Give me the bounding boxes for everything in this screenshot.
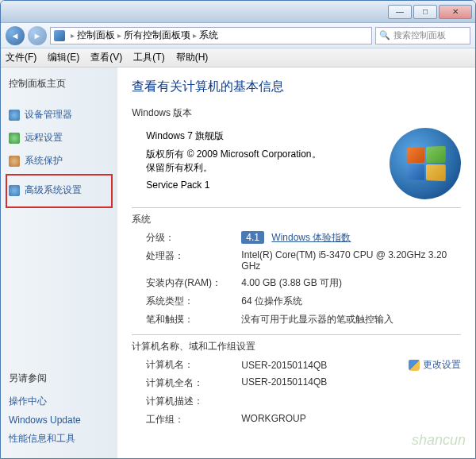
edition-section-title: Windows 版本 [132, 106, 461, 120]
shield-icon [409, 360, 420, 371]
menu-help[interactable]: 帮助(H) [176, 51, 209, 64]
search-icon: 🔍 [379, 30, 390, 40]
breadcrumb-control-panel[interactable]: 控制面板 [77, 29, 115, 42]
chevron-right-icon: ▸ [193, 31, 197, 40]
search-input[interactable]: 🔍 搜索控制面板 [375, 27, 470, 44]
menu-edit[interactable]: 编辑(E) [48, 51, 79, 64]
sidebar-system-protection[interactable]: 系统保护 [9, 154, 109, 168]
divider [132, 334, 461, 335]
menu-view[interactable]: 查看(V) [90, 51, 122, 64]
forward-button[interactable]: ► [28, 26, 47, 45]
highlight-box: 高级系统设置 [6, 174, 113, 208]
close-button[interactable]: ✕ [439, 5, 472, 19]
menubar: 文件(F) 编辑(E) 查看(V) 工具(T) 帮助(H) [1, 48, 475, 68]
ram-label: 安装内存(RAM)： [146, 276, 241, 290]
system-type-value: 64 位操作系统 [241, 295, 461, 308]
remote-icon [9, 133, 20, 144]
sidebar-remote-settings[interactable]: 远程设置 [9, 131, 109, 145]
device-manager-icon [9, 110, 20, 121]
full-name-value: USER-20150114QB [241, 376, 461, 390]
sidebar-item-label: 系统保护 [25, 154, 63, 168]
menu-file[interactable]: 文件(F) [6, 51, 36, 64]
body: 控制面板主页 设备管理器 远程设置 系统保护 高级系统设置 另请参阅 [1, 68, 475, 458]
sidebar: 控制面板主页 设备管理器 远程设置 系统保护 高级系统设置 另请参阅 [1, 68, 117, 458]
navbar: ◄ ► ▸ 控制面板 ▸ 所有控制面板项 ▸ 系统 🔍 搜索控制面板 [1, 23, 475, 48]
system-type-label: 系统类型： [146, 295, 241, 308]
rating-badge: 4.1 [241, 231, 264, 244]
change-settings-link[interactable]: 更改设置 [409, 358, 461, 372]
content: 查看有关计算机的基本信息 Windows 版本 Windows 7 旗舰版 版权… [117, 68, 475, 442]
sidebar-item-label: 设备管理器 [25, 108, 72, 122]
breadcrumb[interactable]: ▸ 控制面板 ▸ 所有控制面板项 ▸ 系统 [50, 27, 372, 44]
sidebar-item-label: 远程设置 [25, 131, 63, 145]
breadcrumb-all-items[interactable]: 所有控制面板项 [124, 29, 190, 42]
minimize-button[interactable]: — [388, 5, 412, 19]
see-also-label: 另请参阅 [9, 372, 109, 385]
processor-value: Intel(R) Core(TM) i5-3470 CPU @ 3.20GHz … [241, 249, 461, 272]
titlebar: — □ ✕ [1, 1, 475, 23]
full-name-label: 计算机全名： [146, 376, 241, 390]
menu-tools[interactable]: 工具(T) [133, 51, 164, 64]
computer-name-value: USER-20150114QB [241, 360, 327, 371]
domain-section-title: 计算机名称、域和工作组设置 [132, 340, 461, 353]
advanced-icon [9, 185, 20, 196]
pen-touch-label: 笔和触摸： [146, 313, 241, 326]
system-section-title: 系统 [132, 213, 461, 226]
sidebar-item-label: 高级系统设置 [25, 183, 82, 197]
sidebar-device-manager[interactable]: 设备管理器 [9, 108, 109, 122]
processor-label: 处理器： [146, 249, 241, 272]
description-label: 计算机描述： [146, 395, 241, 408]
sidebar-action-center[interactable]: 操作中心 [9, 395, 109, 408]
page-heading: 查看有关计算机的基本信息 [132, 79, 461, 95]
pen-touch-value: 没有可用于此显示器的笔或触控输入 [241, 313, 461, 326]
back-button[interactable]: ◄ [6, 26, 25, 45]
chevron-right-icon: ▸ [117, 31, 121, 40]
computer-icon [54, 30, 65, 41]
sidebar-performance-info[interactable]: 性能信息和工具 [9, 432, 109, 446]
experience-index-link[interactable]: Windows 体验指数 [271, 232, 351, 243]
sidebar-advanced-settings[interactable]: 高级系统设置 [9, 183, 106, 197]
workgroup-label: 工作组： [146, 413, 241, 426]
change-settings-label: 更改设置 [423, 358, 461, 372]
computer-name-label: 计算机名： [146, 358, 241, 372]
divider [132, 207, 461, 208]
chevron-right-icon: ▸ [71, 31, 75, 40]
sidebar-windows-update[interactable]: Windows Update [9, 415, 109, 426]
search-placeholder: 搜索控制面板 [393, 29, 446, 41]
description-value [241, 395, 461, 408]
breadcrumb-system[interactable]: 系统 [199, 29, 218, 42]
service-pack: Service Pack 1 [146, 179, 382, 191]
copyright: 版权所有 © 2009 Microsoft Corporation。保留所有权利… [146, 148, 328, 175]
system-window: — □ ✕ ◄ ► ▸ 控制面板 ▸ 所有控制面板项 ▸ 系统 🔍 搜索控制面板… [0, 0, 476, 459]
windows-logo-icon [390, 128, 461, 199]
ram-value: 4.00 GB (3.88 GB 可用) [241, 276, 461, 290]
control-panel-home[interactable]: 控制面板主页 [9, 77, 109, 91]
maximize-button[interactable]: □ [413, 5, 437, 19]
rating-label: 分级： [146, 231, 241, 245]
windows-edition: Windows 7 旗舰版 [146, 129, 382, 143]
protection-icon [9, 156, 20, 167]
workgroup-value: WORKGROUP [241, 413, 461, 426]
